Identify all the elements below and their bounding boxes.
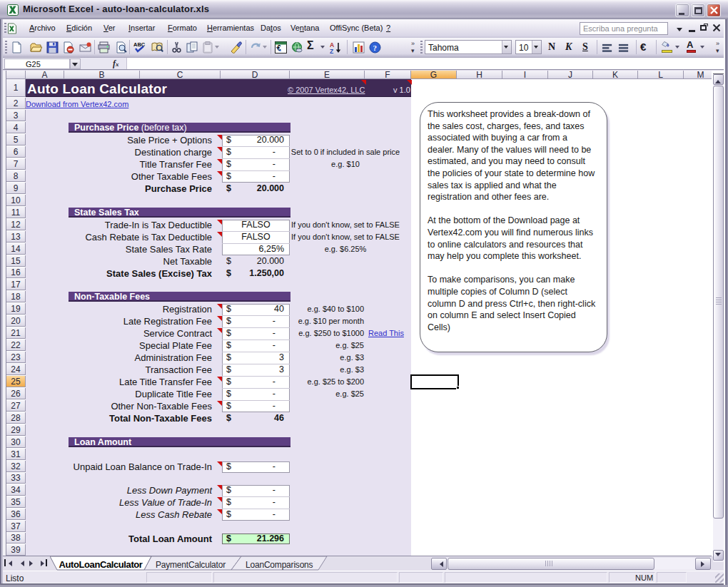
- svg-text:?: ?: [373, 44, 378, 52]
- svg-text:Z: Z: [330, 48, 333, 54]
